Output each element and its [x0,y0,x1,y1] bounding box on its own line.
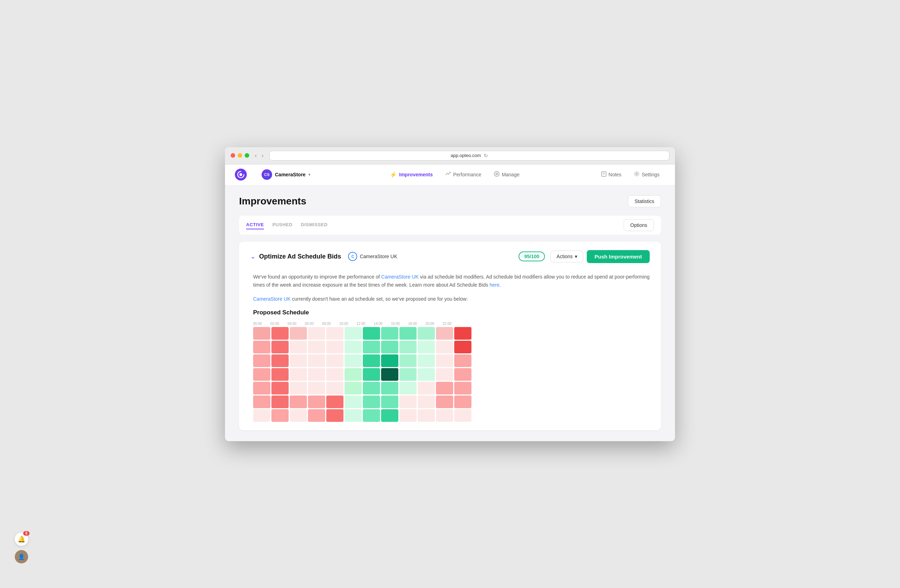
heatmap-cell[interactable] [454,409,472,422]
heatmap-cell[interactable] [272,368,289,381]
heatmap-cell[interactable] [290,341,307,353]
heatmap-cell[interactable] [399,382,417,395]
heatmap-cell[interactable] [436,341,453,353]
heatmap-cell[interactable] [326,327,343,340]
heatmap-cell[interactable] [436,409,453,422]
heatmap-cell[interactable] [417,382,435,395]
heatmap-cell[interactable] [272,354,289,367]
heatmap-cell[interactable] [454,368,472,381]
maximize-button[interactable] [245,153,249,158]
user-avatar-button[interactable]: 👤 [15,550,28,563]
card-toggle-icon[interactable]: ⌄ [250,252,256,260]
tab-active[interactable]: ACTIVE [246,221,264,229]
tab-pushed[interactable]: PUSHED [273,221,293,229]
heatmap-cell[interactable] [454,327,472,340]
heatmap-cell[interactable] [436,368,453,381]
heatmap-cell[interactable] [381,354,398,367]
heatmap-cell[interactable] [344,409,362,422]
heatmap-cell[interactable] [454,382,472,395]
here-link[interactable]: here [489,282,499,288]
heatmap-cell[interactable] [381,368,398,381]
heatmap-cell[interactable] [290,327,307,340]
heatmap-cell[interactable] [381,341,398,353]
heatmap-cell[interactable] [272,396,289,408]
heatmap-cell[interactable] [308,341,325,353]
heatmap-cell[interactable] [417,327,435,340]
nav-item-improvements[interactable]: ⚡ Improvements [384,169,438,181]
nav-item-notes[interactable]: Notes [596,169,627,181]
heatmap-cell[interactable] [253,368,270,381]
nav-item-manage[interactable]: Manage [488,168,525,181]
heatmap-cell[interactable] [326,409,343,422]
account-selector[interactable]: CS CameraStore ▾ [258,167,314,182]
close-button[interactable] [231,153,235,158]
heatmap-cell[interactable] [417,409,435,422]
heatmap-cell[interactable] [454,354,472,367]
heatmap-cell[interactable] [344,327,362,340]
heatmap-cell[interactable] [290,382,307,395]
push-improvement-button[interactable]: Push Improvement [587,250,650,263]
heatmap-cell[interactable] [253,409,270,422]
heatmap-cell[interactable] [363,409,380,422]
heatmap-cell[interactable] [381,327,398,340]
heatmap-cell[interactable] [253,354,270,367]
heatmap-cell[interactable] [290,409,307,422]
heatmap-cell[interactable] [417,354,435,367]
heatmap-cell[interactable] [363,327,380,340]
heatmap-cell[interactable] [308,382,325,395]
nav-item-performance[interactable]: Performance [440,169,487,181]
statistics-button[interactable]: Statistics [628,195,661,207]
heatmap-cell[interactable] [326,382,343,395]
heatmap-cell[interactable] [363,382,380,395]
heatmap-cell[interactable] [272,409,289,422]
options-button[interactable]: Options [624,219,654,231]
heatmap-cell[interactable] [290,354,307,367]
heatmap-cell[interactable] [308,409,325,422]
heatmap-cell[interactable] [399,341,417,353]
heatmap-cell[interactable] [436,354,453,367]
back-button[interactable]: ‹ [253,152,258,159]
heatmap-cell[interactable] [363,341,380,353]
heatmap-cell[interactable] [363,354,380,367]
nav-item-settings[interactable]: Settings [628,168,665,181]
camerastoreuk-link-2[interactable]: CameraStore UK [253,296,291,302]
heatmap-cell[interactable] [381,382,398,395]
heatmap-cell[interactable] [436,396,453,408]
heatmap-cell[interactable] [399,354,417,367]
heatmap-cell[interactable] [308,368,325,381]
heatmap-cell[interactable] [399,409,417,422]
heatmap-cell[interactable] [436,327,453,340]
heatmap-cell[interactable] [253,382,270,395]
heatmap-cell[interactable] [272,327,289,340]
heatmap-cell[interactable] [326,396,343,408]
heatmap-cell[interactable] [308,354,325,367]
forward-button[interactable]: › [260,152,265,159]
tab-dismissed[interactable]: DISMISSED [301,221,327,229]
heatmap-cell[interactable] [326,354,343,367]
heatmap-cell[interactable] [326,368,343,381]
heatmap-cell[interactable] [454,396,472,408]
heatmap-cell[interactable] [344,382,362,395]
heatmap-cell[interactable] [344,341,362,353]
heatmap-cell[interactable] [326,341,343,353]
heatmap-cell[interactable] [290,368,307,381]
heatmap-cell[interactable] [399,368,417,381]
notification-button[interactable]: 🔔 8 [15,532,28,546]
actions-button[interactable]: Actions ▾ [551,251,583,262]
heatmap-cell[interactable] [454,341,472,353]
heatmap-cell[interactable] [381,396,398,408]
heatmap-cell[interactable] [417,396,435,408]
heatmap-cell[interactable] [253,341,270,353]
heatmap-cell[interactable] [272,341,289,353]
heatmap-cell[interactable] [363,396,380,408]
heatmap-cell[interactable] [381,409,398,422]
heatmap-cell[interactable] [417,341,435,353]
refresh-icon[interactable]: ↻ [484,153,488,158]
heatmap-cell[interactable] [399,396,417,408]
heatmap-cell[interactable] [399,327,417,340]
heatmap-cell[interactable] [417,368,435,381]
heatmap-cell[interactable] [436,382,453,395]
heatmap-cell[interactable] [253,327,270,340]
heatmap-cell[interactable] [344,396,362,408]
heatmap-cell[interactable] [253,396,270,408]
